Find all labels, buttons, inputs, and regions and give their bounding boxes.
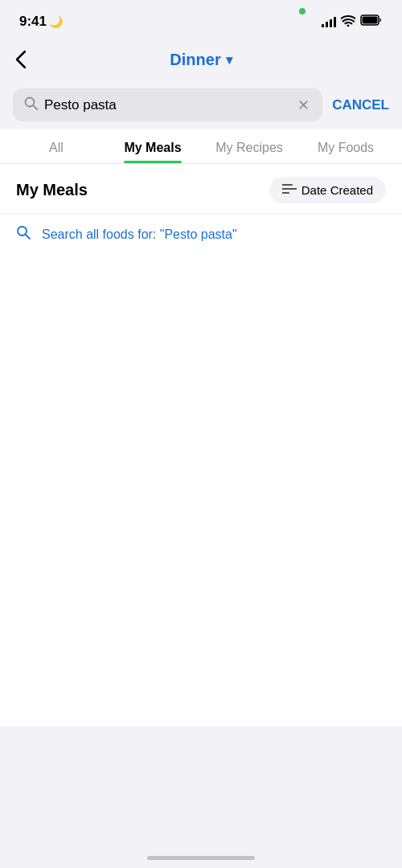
wifi-icon xyxy=(341,15,355,29)
back-button[interactable] xyxy=(16,51,26,68)
svg-line-8 xyxy=(26,235,30,239)
sort-label: Date Created xyxy=(302,183,373,197)
cancel-button[interactable]: CANCEL xyxy=(332,94,389,117)
nav-title[interactable]: Dinner ▾ xyxy=(170,51,232,69)
notification-dot xyxy=(299,8,306,14)
main-content: My Meals Date Created Search all foods f… xyxy=(0,164,402,727)
search-suggestion[interactable]: Search all foods for: "Pesto pasta" xyxy=(0,213,402,255)
battery-icon xyxy=(360,14,383,29)
search-bar[interactable]: ✕ xyxy=(13,88,322,121)
signal-bars-icon xyxy=(322,16,336,27)
search-input[interactable] xyxy=(44,97,289,113)
sort-button[interactable]: Date Created xyxy=(269,177,386,203)
svg-line-3 xyxy=(33,105,37,109)
meals-header: My Meals Date Created xyxy=(0,164,402,213)
search-icon xyxy=(24,96,38,113)
status-time: 9:41🌙 xyxy=(19,14,63,30)
nav-header: Dinner ▾ xyxy=(0,39,402,80)
tabs-container: All My Meals My Recipes My Foods xyxy=(0,129,402,164)
home-indicator xyxy=(147,856,255,860)
status-icons xyxy=(322,14,383,29)
tab-my-meals[interactable]: My Meals xyxy=(105,129,201,163)
status-bar: 9:41🌙 xyxy=(0,0,402,39)
chevron-down-icon: ▾ xyxy=(226,52,232,68)
search-row: ✕ CANCEL xyxy=(0,80,402,129)
suggestion-text: Search all foods for: "Pesto pasta" xyxy=(42,227,237,242)
tab-my-recipes[interactable]: My Recipes xyxy=(201,129,297,163)
meals-section-title: My Meals xyxy=(16,181,88,199)
tab-all[interactable]: All xyxy=(8,129,105,163)
nav-title-text: Dinner xyxy=(170,51,220,69)
svg-rect-1 xyxy=(363,17,378,24)
clear-button[interactable]: ✕ xyxy=(296,98,311,113)
suggestion-search-icon xyxy=(16,225,31,244)
tab-my-foods[interactable]: My Foods xyxy=(297,129,394,163)
sort-icon xyxy=(282,183,297,197)
